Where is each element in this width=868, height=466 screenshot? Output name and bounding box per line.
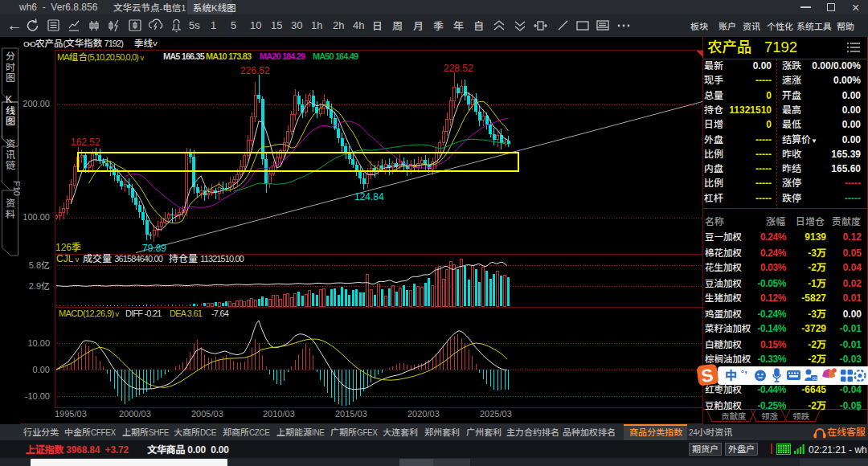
svg-text:˚’: ˚’ bbox=[741, 369, 747, 381]
svg-text:中: 中 bbox=[725, 366, 737, 383]
svg-text:01: 01 bbox=[813, 376, 818, 381]
